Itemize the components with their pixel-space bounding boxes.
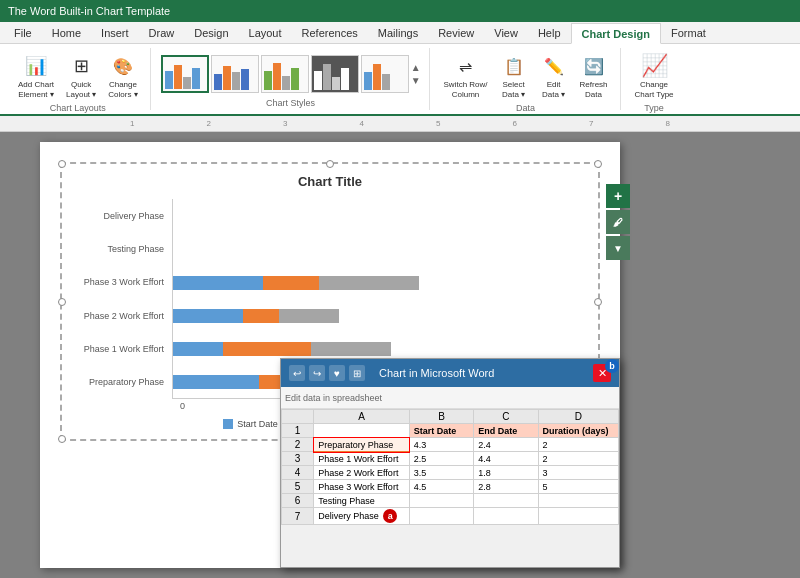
chart-style-1[interactable] — [161, 55, 209, 93]
cell-a2[interactable]: Preparatory Phase — [314, 438, 410, 452]
tab-mailings[interactable]: Mailings — [368, 22, 428, 43]
select-data-label: SelectData ▾ — [502, 80, 525, 99]
quick-layout-button[interactable]: ⊞ QuickLayout ▾ — [62, 52, 100, 101]
cell-b7[interactable] — [409, 508, 473, 525]
tab-review[interactable]: Review — [428, 22, 484, 43]
cell-b3[interactable]: 2.5 — [409, 452, 473, 466]
chart-style-5[interactable] — [361, 55, 409, 93]
legend-start-date: Start Date — [223, 419, 278, 429]
chart-style-3[interactable] — [261, 55, 309, 93]
row-num-7: 7 — [282, 508, 314, 525]
cell-a5[interactable]: Phase 3 Work Effort — [314, 480, 410, 494]
cell-d4[interactable]: 3 — [538, 466, 618, 480]
dialog-title-icons: ↩ ↪ ♥ ⊞ — [289, 365, 365, 381]
edit-data-button[interactable]: ✏️ EditData ▾ — [536, 52, 572, 101]
cell-a7[interactable]: Delivery Phase a — [314, 508, 410, 525]
tab-file[interactable]: File — [4, 22, 42, 43]
tab-references[interactable]: References — [292, 22, 368, 43]
chart-style-2[interactable] — [211, 55, 259, 93]
y-label-2: Phase 1 Work Effort — [72, 334, 164, 364]
cell-b2[interactable]: 4.3 — [409, 438, 473, 452]
cell-a4[interactable]: Phase 2 Work Effort — [314, 466, 410, 480]
cell-b5[interactable]: 4.5 — [409, 480, 473, 494]
cell-a1[interactable] — [314, 424, 410, 438]
chart-filters-btn[interactable]: ▼ — [606, 236, 630, 260]
type-group-label: Type — [644, 103, 664, 113]
data-row-7: 7 Delivery Phase a — [282, 508, 619, 525]
quick-layout-label: QuickLayout ▾ — [66, 80, 96, 99]
x-label-0: 0 — [180, 401, 185, 411]
cell-b1[interactable]: Start Date — [409, 424, 473, 438]
tab-help[interactable]: Help — [528, 22, 571, 43]
ruler-marks: 12345678 — [130, 119, 670, 128]
tab-draw[interactable]: Draw — [139, 22, 185, 43]
change-colors-label: ChangeColors ▾ — [108, 80, 137, 99]
data-sheet: A B C D b — [281, 409, 619, 525]
chart-styles-scroll[interactable]: ▲ ▼ — [411, 62, 421, 86]
undo-icon[interactable]: ↩ — [289, 365, 305, 381]
chart-title[interactable]: Chart Title — [72, 174, 588, 189]
tab-design[interactable]: Design — [184, 22, 238, 43]
handle-bl[interactable] — [58, 435, 66, 443]
refresh-data-button[interactable]: 🔄 RefreshData — [576, 52, 612, 101]
handle-ml[interactable] — [58, 298, 66, 306]
select-data-icon: 📋 — [502, 54, 526, 78]
cell-d7[interactable] — [538, 508, 618, 525]
change-colors-button[interactable]: 🎨 ChangeColors ▾ — [104, 52, 141, 101]
tab-chart-design[interactable]: Chart Design — [571, 23, 661, 44]
col-a-header[interactable]: A — [314, 410, 410, 424]
chart-styles-group: ▲ ▼ Chart Styles — [153, 48, 430, 110]
type-group: 📈 ChangeChart Type Type — [623, 48, 686, 110]
handle-tr[interactable] — [594, 160, 602, 168]
tab-layout[interactable]: Layout — [239, 22, 292, 43]
col-c-header[interactable]: C — [474, 410, 538, 424]
cell-a6[interactable]: Testing Phase — [314, 494, 410, 508]
header-data-row: 1 Start Date End Date Duration (days) — [282, 424, 619, 438]
handle-mr[interactable] — [594, 298, 602, 306]
bookmark-icon[interactable]: ♥ — [329, 365, 345, 381]
chart-styles-btn[interactable]: 🖌 — [606, 210, 630, 234]
cell-b6[interactable] — [409, 494, 473, 508]
change-chart-type-button[interactable]: 📈 ChangeChart Type — [631, 52, 678, 101]
redo-icon[interactable]: ↪ — [309, 365, 325, 381]
col-d-header[interactable]: D b — [538, 410, 618, 424]
data-row-5: 5 Phase 3 Work Effort 4.5 2.8 5 — [282, 480, 619, 494]
select-data-button[interactable]: 📋 SelectData ▾ — [496, 52, 532, 101]
scroll-up[interactable]: ▲ — [411, 62, 421, 73]
cell-d3[interactable]: 2 — [538, 452, 618, 466]
cell-a3[interactable]: Phase 1 Work Effort — [314, 452, 410, 466]
data-items: ⇌ Switch Row/Column 📋 SelectData ▾ ✏️ Ed… — [440, 50, 612, 101]
cell-c4[interactable]: 1.8 — [474, 466, 538, 480]
chart-elements-btn[interactable]: + — [606, 184, 630, 208]
cell-b4[interactable]: 3.5 — [409, 466, 473, 480]
cell-c2[interactable]: 2.4 — [474, 438, 538, 452]
bar-blue-2 — [173, 342, 223, 356]
refresh-label: RefreshData — [580, 80, 608, 99]
handle-tl[interactable] — [58, 160, 66, 168]
col-b-header[interactable]: B — [409, 410, 473, 424]
tab-insert[interactable]: Insert — [91, 22, 139, 43]
cell-c7[interactable] — [474, 508, 538, 525]
cell-c5[interactable]: 2.8 — [474, 480, 538, 494]
cell-c1[interactable]: End Date — [474, 424, 538, 438]
switch-icon: ⇌ — [454, 54, 478, 78]
bar-blue-3 — [173, 309, 243, 323]
table-icon[interactable]: ⊞ — [349, 365, 365, 381]
cell-d5[interactable]: 5 — [538, 480, 618, 494]
word-page: Chart Title Delivery Phase Testing Phase… — [40, 142, 620, 568]
tab-view[interactable]: View — [484, 22, 528, 43]
cell-d2[interactable]: 2 — [538, 438, 618, 452]
spreadsheet-body[interactable]: A B C D b — [281, 409, 619, 567]
document-area: Chart Title Delivery Phase Testing Phase… — [0, 132, 800, 578]
tab-home[interactable]: Home — [42, 22, 91, 43]
cell-c3[interactable]: 4.4 — [474, 452, 538, 466]
cell-c6[interactable] — [474, 494, 538, 508]
tab-format[interactable]: Format — [661, 22, 716, 43]
chart-style-4[interactable] — [311, 55, 359, 93]
cell-d1[interactable]: Duration (days) — [538, 424, 618, 438]
add-chart-element-button[interactable]: 📊 Add ChartElement ▾ — [14, 52, 58, 101]
cell-d6[interactable] — [538, 494, 618, 508]
scroll-down[interactable]: ▼ — [411, 75, 421, 86]
handle-tc[interactable] — [326, 160, 334, 168]
switch-row-column-button[interactable]: ⇌ Switch Row/Column — [440, 52, 492, 101]
